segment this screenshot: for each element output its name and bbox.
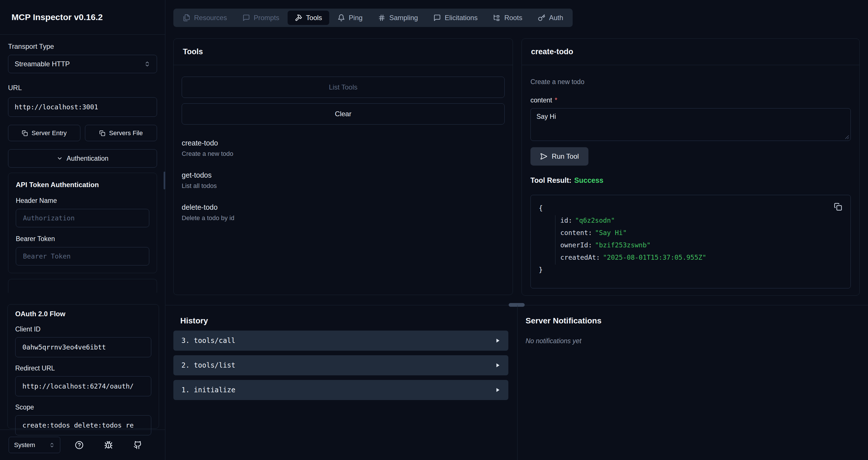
- tab-label: Prompts: [254, 14, 279, 22]
- header-name-placeholder: Authorization: [23, 215, 74, 222]
- json-value: "Say Hi": [595, 229, 627, 236]
- tab-label: Sampling: [389, 14, 418, 22]
- header-name-label: Header Name: [16, 197, 149, 205]
- copy-icon: [22, 130, 28, 136]
- redirect-url-value: http://localhost:6274/oauth/: [22, 383, 134, 390]
- redirect-url-input[interactable]: http://localhost:6274/oauth/: [15, 376, 151, 396]
- json-key: createdAt:: [560, 254, 600, 261]
- run-tool-button[interactable]: Run Tool: [530, 147, 588, 166]
- hash-icon: [378, 14, 385, 22]
- json-key: ownerId:: [560, 241, 592, 249]
- oauth-flow-card: OAuth 2.0 Flow Client ID 0ahw5qrrnv3eo4v…: [7, 304, 159, 429]
- tab-sampling[interactable]: Sampling: [371, 11, 425, 25]
- tool-description: Delete a todo by id: [182, 214, 505, 222]
- json-close-brace: }: [539, 266, 543, 273]
- tab-roots[interactable]: Roots: [486, 11, 530, 25]
- redirect-url-label: Redirect URL: [15, 364, 151, 372]
- required-asterisk: *: [555, 96, 557, 104]
- authentication-toggle[interactable]: Authentication: [8, 149, 157, 168]
- help-button[interactable]: [72, 438, 86, 452]
- app-title: MCP Inspector v0.16.2: [11, 12, 103, 22]
- json-key: id:: [560, 217, 572, 224]
- sidebar-scrollbar-thumb[interactable]: [164, 172, 165, 189]
- history-item-tools-call[interactable]: 3. tools/call: [174, 331, 508, 351]
- chevron-down-icon: [57, 155, 63, 162]
- expand-arrow-icon: [495, 387, 500, 393]
- tool-list-item-create-todo[interactable]: create-todo Create a new todo: [182, 138, 505, 158]
- tab-resources[interactable]: Resources: [176, 11, 234, 25]
- tab-label: Resources: [194, 14, 227, 22]
- tools-panel-title: Tools: [174, 39, 513, 65]
- capability-tabbar: Resources Prompts Tools Ping Sampling El…: [174, 9, 572, 27]
- tool-list-item-get-todos[interactable]: get-todos List all todos: [182, 170, 505, 190]
- tool-name: create-todo: [182, 138, 505, 147]
- server-notifications-title: Server Notifications: [526, 316, 841, 326]
- json-value: "q6z2sodn": [575, 217, 615, 224]
- tab-elicitations[interactable]: Elicitations: [426, 11, 485, 25]
- tool-description: List all todos: [182, 182, 505, 190]
- url-label: URL: [8, 84, 157, 92]
- sidebar-scroll-area[interactable]: Transport Type Streamable HTTP URL http:…: [0, 35, 165, 293]
- copy-icon: [834, 202, 842, 211]
- client-id-input[interactable]: 0ahw5qrrnv3eo4ve6ibtt: [15, 337, 151, 357]
- files-icon: [183, 14, 190, 22]
- content-value: Say Hi: [536, 113, 556, 120]
- sidebar-header: MCP Inspector v0.16.2: [0, 0, 165, 35]
- content-textarea[interactable]: Say Hi: [530, 108, 851, 141]
- bug-icon: [104, 441, 113, 449]
- bearer-token-input[interactable]: Bearer Token: [16, 247, 149, 265]
- tab-label: Tools: [306, 14, 322, 22]
- history-item-initialize[interactable]: 1. initialize: [174, 380, 508, 400]
- tab-auth[interactable]: Auth: [531, 11, 570, 25]
- run-tool-label: Run Tool: [552, 152, 579, 160]
- expand-arrow-icon: [495, 338, 500, 343]
- server-entry-button[interactable]: Server Entry: [8, 125, 81, 141]
- vertical-split-divider: [517, 305, 518, 460]
- resize-handle-icon[interactable]: [845, 135, 849, 139]
- tab-label: Ping: [349, 14, 363, 22]
- clipped-card: [8, 279, 157, 293]
- transport-type-value: Streamable HTTP: [14, 60, 144, 68]
- server-entry-label: Server Entry: [32, 129, 67, 137]
- chevrons-up-down-icon: [144, 61, 150, 67]
- clear-button[interactable]: Clear: [182, 103, 505, 125]
- url-value: http://localhost:3001: [14, 103, 98, 111]
- bell-icon: [338, 14, 345, 22]
- json-value: "bzif253zswnb": [595, 241, 651, 249]
- history-item-label: 2. tools/list: [181, 361, 495, 369]
- tab-label: Elicitations: [445, 14, 477, 22]
- api-token-auth-card: API Token Authentication Header Name Aut…: [8, 173, 157, 273]
- list-tools-button[interactable]: List Tools: [182, 77, 505, 98]
- client-id-label: Client ID: [15, 325, 151, 333]
- tab-prompts[interactable]: Prompts: [236, 11, 286, 25]
- chevrons-up-down-icon: [49, 442, 55, 448]
- servers-file-button[interactable]: Servers File: [85, 125, 157, 141]
- servers-file-label: Servers File: [109, 129, 143, 137]
- copy-json-button[interactable]: [832, 201, 844, 212]
- url-input[interactable]: http://localhost:3001: [8, 97, 157, 117]
- hammer-icon: [295, 14, 302, 22]
- tab-tools[interactable]: Tools: [288, 11, 329, 25]
- sidebar: MCP Inspector v0.16.2 Transport Type Str…: [0, 0, 165, 460]
- tab-label: Roots: [504, 14, 522, 22]
- github-icon: [133, 441, 142, 449]
- tool-name: delete-todo: [182, 203, 505, 212]
- help-circle-icon: [75, 441, 84, 449]
- header-name-input[interactable]: Authorization: [16, 209, 149, 227]
- transport-type-select[interactable]: Streamable HTTP: [8, 55, 157, 73]
- tool-detail-title: create-todo: [522, 39, 859, 65]
- tab-ping[interactable]: Ping: [330, 11, 370, 25]
- tool-list-item-delete-todo[interactable]: delete-todo Delete a todo by id: [182, 203, 505, 222]
- folder-tree-icon: [493, 14, 501, 22]
- theme-select[interactable]: System: [9, 437, 60, 453]
- report-bug-button[interactable]: [102, 438, 115, 452]
- client-id-value: 0ahw5qrrnv3eo4ve6ibtt: [22, 343, 106, 351]
- split-drag-handle[interactable]: [508, 303, 525, 307]
- no-notifications-message: No notifications yet: [526, 337, 841, 345]
- history-item-tools-list[interactable]: 2. tools/list: [174, 355, 508, 375]
- sidebar-footer: System: [0, 430, 165, 460]
- expand-arrow-icon: [495, 363, 500, 368]
- github-button[interactable]: [131, 438, 145, 452]
- transport-type-label: Transport Type: [8, 42, 157, 51]
- send-icon: [540, 153, 547, 160]
